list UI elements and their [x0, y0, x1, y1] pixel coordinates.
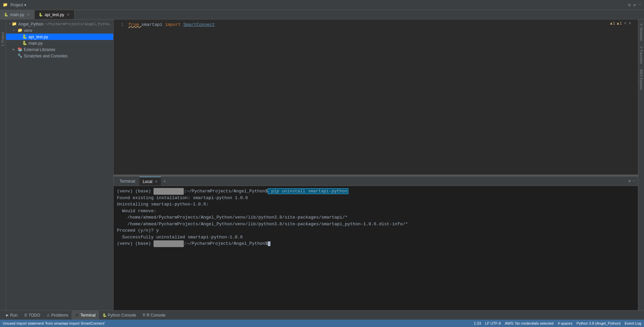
- editor-warnings: ▲1 ▲1 ∧ ∨: [609, 21, 631, 25]
- tab-api-test-py[interactable]: 🐍 api_test.py ✕: [35, 10, 75, 19]
- layout-icon[interactable]: ⇄: [633, 2, 636, 8]
- output-would-remove: Would remove:: [117, 208, 156, 214]
- terminal-bottom-tab[interactable]: ⬛ Terminal: [72, 311, 99, 320]
- python-console-icon: 🐍: [102, 313, 106, 317]
- project-dropdown-arrow: ▾: [24, 3, 26, 7]
- terminal-local-close[interactable]: ✕: [155, 180, 158, 183]
- tree-item-venv[interactable]: ▾ 📁 venv: [6, 27, 113, 34]
- problems-icon: ⚠: [47, 313, 50, 317]
- python-icon: 🐍: [4, 13, 8, 16]
- tree-label-api-test: api_test.py: [29, 35, 48, 39]
- tab-api-test-py-close[interactable]: ✕: [66, 12, 70, 17]
- tree-label-venv: venv: [24, 28, 32, 33]
- scroll-up-icon[interactable]: ∧: [624, 21, 627, 25]
- terminal-line-1: (venv) (base) :~/PycharmProjects/Angel_P…: [117, 188, 635, 195]
- event-log[interactable]: Event Log: [625, 321, 641, 325]
- tree-arrow-angel-python: ▾: [9, 22, 10, 26]
- top-bar-left: 📁 Project ▾: [3, 2, 628, 7]
- r-console-label: R Console: [146, 313, 165, 318]
- tab-main-py-label: main.py: [10, 12, 24, 17]
- terminal-section: Terminal: Local ✕ + ⚙ − (venv) (base) :~…: [114, 176, 638, 310]
- output-path-2: /home/ahmed/PycharmProjects/Angel_Python…: [117, 222, 408, 227]
- terminal-line-8: Successfully uninstalled smartapi-python…: [117, 234, 635, 241]
- folder-icon-venv: 📁: [17, 28, 23, 33]
- status-warning-text: Unused import statement 'from smartapi i…: [3, 321, 474, 325]
- terminal-label: Terminal:: [116, 177, 139, 186]
- run-label: Run: [10, 313, 17, 318]
- terminal-line-4: Would remove:: [117, 208, 635, 215]
- keyword-from: from: [128, 22, 141, 27]
- editor-content[interactable]: ▲1 ▲1 ∧ ∨ 1 from smartapi import SmartCo…: [114, 19, 638, 175]
- tree-item-angel-python[interactable]: ▾ 📁 Angel_Python ~/PycharmProjects/Angel…: [6, 21, 113, 27]
- cmd-pip-uninstall: pip uninstall smartapi-python: [268, 188, 348, 194]
- prompt-dir-2: :~/PycharmProjects/Angel_Python$: [184, 241, 268, 246]
- top-bar: 📁 Project ▾ ⚙ ⇄ −: [0, 0, 644, 10]
- line-code-1[interactable]: from smartapi import SmartConnect: [127, 22, 638, 27]
- terminal-line-9: (venv) (base) :~/PycharmProjects/Angel_P…: [117, 240, 635, 247]
- class-smartconnect[interactable]: SmartConnect: [183, 22, 215, 27]
- terminal-settings: ⚙ −: [629, 179, 635, 184]
- tree-item-ext-libs[interactable]: ▶ 📚 External Libraries: [6, 46, 113, 53]
- project-panel-strip[interactable]: 1: Project: [0, 30, 5, 49]
- vertical-split: ▲1 ▲1 ∧ ∨ 1 from smartapi import SmartCo…: [114, 19, 638, 310]
- project-label: Project: [10, 3, 23, 7]
- terminal-add-tab[interactable]: +: [161, 179, 168, 184]
- code-line-1: 1 from smartapi import SmartConnect: [114, 22, 638, 28]
- output-success: Successfully uninstalled smartapi-python…: [117, 235, 243, 240]
- prompt-venv-1: (venv) (base): [117, 189, 154, 194]
- minus-icon[interactable]: −: [639, 2, 641, 7]
- tree-item-main[interactable]: 🐍 main.py: [6, 40, 113, 46]
- top-bar-icons: ⚙ ⇄ −: [628, 2, 641, 8]
- structure-strip[interactable]: 2: Structure: [639, 21, 644, 44]
- python-console-tab[interactable]: 🐍 Python Console: [99, 311, 140, 320]
- scroll-down-icon[interactable]: ∨: [629, 21, 631, 25]
- terminal-line-6: /home/ahmed/PycharmProjects/Angel_Python…: [117, 221, 635, 228]
- folder-icon: 📁: [3, 2, 8, 7]
- tab-api-test-py-label: api_test.py: [45, 12, 64, 17]
- terminal-settings-icon[interactable]: ⚙: [629, 179, 631, 184]
- todo-icon: ☰: [24, 313, 27, 317]
- tree-label-scratches: Scratches and Consoles: [24, 54, 68, 58]
- folder-icon-root: 📁: [12, 21, 17, 27]
- terminal-tab-bar: Terminal: Local ✕ + ⚙ −: [114, 177, 638, 186]
- tree-item-scratches[interactable]: 🔧 Scratches and Consoles: [6, 53, 113, 59]
- r-console-tab[interactable]: R R Console: [139, 311, 169, 320]
- output-path-1: /home/ahmed/PycharmProjects/Angel_Python…: [117, 215, 348, 220]
- terminal-local-label: Local: [143, 179, 153, 184]
- problems-tab[interactable]: ⚠ Problems: [43, 311, 72, 320]
- line-number-1: 1: [114, 22, 127, 27]
- tree-item-api-test[interactable]: 🐍 api_test.py: [6, 34, 113, 40]
- project-tree: ▾ 📁 Angel_Python ~/PycharmProjects/Angel…: [6, 19, 113, 310]
- status-right: 1:33 LF UTF-8 AWS: No credentials select…: [474, 321, 641, 325]
- run-icon: ▶: [6, 313, 9, 317]
- run-tab[interactable]: ▶ Run: [3, 311, 21, 320]
- terminal-tab-local[interactable]: Local ✕: [139, 177, 161, 186]
- tab-main-py[interactable]: 🐍 main.py ✕: [0, 10, 35, 19]
- cursor: [268, 241, 270, 246]
- left-side-strips: 1: Project: [0, 19, 6, 310]
- warning-count: ▲1 ▲1: [609, 21, 622, 25]
- settings-icon[interactable]: ⚙: [628, 2, 631, 8]
- tab-main-py-close[interactable]: ✕: [26, 12, 30, 17]
- editor-area: ▲1 ▲1 ∧ ∨ 1 from smartapi import SmartCo…: [114, 19, 638, 175]
- project-dropdown[interactable]: Project ▾: [10, 3, 26, 7]
- indent-spaces[interactable]: 4 spaces: [558, 321, 572, 325]
- keyword-import: import: [165, 22, 183, 27]
- python-file-icon-api: 🐍: [22, 34, 27, 39]
- line-encoding[interactable]: LF UTF-8: [485, 321, 501, 325]
- todo-tab[interactable]: ☰ TODO: [21, 311, 43, 320]
- terminal-content[interactable]: (venv) (base) :~/PycharmProjects/Angel_P…: [114, 186, 638, 310]
- terminal-icon: ⬛: [75, 313, 79, 317]
- tree-label-main: main.py: [29, 41, 43, 46]
- favorites-strip[interactable]: 2: Favorites: [639, 44, 644, 66]
- tree-label-ext-libs: External Libraries: [24, 47, 55, 52]
- problems-label: Problems: [51, 313, 68, 318]
- cursor-position[interactable]: 1:33: [474, 321, 481, 325]
- output-proceed: Proceed (y/n)? y: [117, 228, 159, 233]
- tab-bar: 🐍 main.py ✕ 🐍 api_test.py ✕: [0, 10, 644, 19]
- python-version[interactable]: Python 3.8 (Angel_Python): [576, 321, 620, 325]
- tree-arrow-venv: ▾: [13, 29, 16, 32]
- aws-status[interactable]: AWS: No credentials selected: [505, 321, 554, 325]
- aws-explorer-strip[interactable]: AWS Explorer: [639, 66, 644, 93]
- terminal-minimize-icon[interactable]: −: [633, 179, 635, 184]
